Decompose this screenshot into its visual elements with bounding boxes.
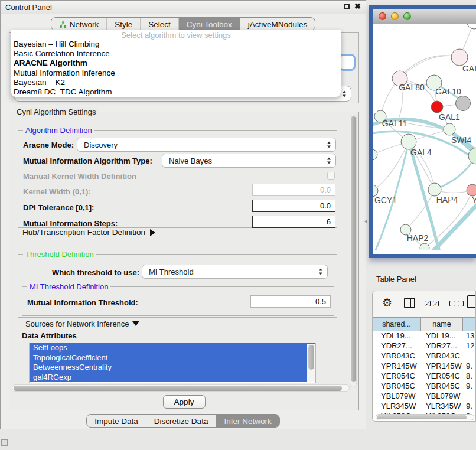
- algorithm-option-mutual-information-inference[interactable]: Mutual Information Inference: [11, 69, 341, 78]
- attribute-betweennesscentrality[interactable]: BetweennessCentrality: [30, 363, 315, 373]
- table-row[interactable]: YLR345WYLR345W9.: [373, 402, 475, 412]
- network-edge[interactable]: [400, 56, 459, 79]
- algorithm-option-bayesian-hill-climbing[interactable]: Bayesian – Hill Climbing: [11, 40, 341, 49]
- algorithm-option-basic-correlation-inference[interactable]: Basic Correlation Inference: [11, 49, 341, 58]
- tab-label: Infer Network: [224, 417, 271, 426]
- column-header-col2[interactable]: [463, 318, 475, 331]
- algorithm-option-aracne-algorithm[interactable]: ARACNE Algorithm: [11, 58, 341, 68]
- dpi-tolerance-input[interactable]: 0.0: [252, 200, 335, 212]
- algorithm-definition-title: Algorithm Definition: [23, 126, 94, 135]
- cell: YPR145W: [373, 361, 421, 371]
- main-tabs: NetworkStyleSelectCyni ToolboxjActiveMNo…: [51, 17, 316, 31]
- document-icon[interactable]: [467, 295, 476, 308]
- aracne-mode-select[interactable]: Discovery: [77, 138, 336, 152]
- control-panel-tabbar: NetworkStyleSelectCyni ToolboxjActiveMNo…: [1, 17, 366, 31]
- apply-button[interactable]: Apply: [163, 395, 206, 409]
- minimized-panel-icon[interactable]: [1, 439, 8, 446]
- tab-impute-data[interactable]: Impute Data: [87, 415, 146, 427]
- bottom-tabbar: Impute DataDiscretize DataInfer Network: [1, 414, 366, 428]
- threshold-definition-group: Threshold Definition Which threshold to …: [18, 254, 337, 318]
- algorithm-option-bayesian-k2[interactable]: Bayesian – K2: [11, 78, 341, 87]
- chevron-updown-icon: [319, 269, 322, 275]
- table-row[interactable]: YER054CYER054C8.: [373, 371, 475, 381]
- cell: [463, 351, 475, 361]
- table-hscroll-thumb[interactable]: [377, 415, 467, 419]
- mi-steps-input[interactable]: 6: [252, 216, 335, 228]
- checked-pair-icon[interactable]: ✓✓: [425, 301, 439, 306]
- table-row[interactable]: YPR145WYPR145W9.: [373, 361, 475, 371]
- data-attributes-list[interactable]: SelfLoopsTopologicalCoefficientBetweenne…: [29, 343, 316, 383]
- split-columns-icon[interactable]: [404, 298, 415, 308]
- hub-definition-expander[interactable]: Hub/Transcription Factor Definition: [22, 228, 155, 237]
- network-node[interactable]: [456, 96, 471, 111]
- mi-type-value: Naive Bayes: [169, 156, 212, 165]
- tab-style[interactable]: Style: [106, 18, 140, 30]
- which-threshold-label: Which threshold to use:: [52, 268, 139, 277]
- threshold-definition-title: Threshold Definition: [23, 250, 96, 259]
- aracne-mode-value: Discovery: [84, 141, 118, 149]
- attribute-topologicalcoefficient[interactable]: TopologicalCoefficient: [30, 353, 315, 363]
- column-header-shared[interactable]: shared...: [373, 318, 421, 331]
- table-row[interactable]: YBR045CYBR045C9.: [373, 381, 475, 392]
- tab-jactivemnodules[interactable]: jActiveMNodules: [240, 18, 315, 30]
- table-row[interactable]: YDL19...YDL19...13: [373, 331, 475, 341]
- table-row[interactable]: YBL079WYBL079W: [373, 392, 475, 402]
- tab-infer-network[interactable]: Infer Network: [216, 415, 279, 427]
- manual-kernel-checkbox[interactable]: [327, 172, 335, 180]
- tab-discretize-data[interactable]: Discretize Data: [146, 415, 216, 427]
- cell: YBR043C: [421, 351, 463, 361]
- mi-threshold-input[interactable]: 0.5: [250, 295, 331, 308]
- hub-definition-label: Hub/Transcription Factor Definition: [22, 228, 145, 237]
- table-header-row: shared...name: [373, 317, 475, 331]
- network-node[interactable]: [431, 101, 443, 113]
- algorithm-combo-focus-fragment[interactable]: [339, 54, 356, 71]
- table-panel-card: ⚙ ✓✓ shared...name YDL19...YDL19...13YDR…: [372, 291, 476, 422]
- table-row[interactable]: YBR043CYBR043C: [373, 351, 475, 361]
- network-node-hap4[interactable]: [428, 183, 441, 196]
- attribute-gal4rgexp[interactable]: gal4RGexp: [30, 373, 315, 383]
- split-pane-collapse-handle[interactable]: [364, 219, 367, 224]
- network-node[interactable]: [373, 149, 377, 160]
- table-row[interactable]: YDR27...YDR27...12: [373, 341, 475, 351]
- attribute-selfloops[interactable]: SelfLoops: [30, 343, 315, 353]
- algorithm-option-dream8-dc-tdc-algorithm[interactable]: Dream8 DC_TDC Algorithm: [11, 87, 341, 97]
- settings-hscroll-thumb[interactable]: [14, 386, 342, 391]
- unchecked-pair-icon[interactable]: [449, 301, 464, 306]
- table-horizontal-scrollbar[interactable]: [376, 414, 474, 420]
- kernel-width-input[interactable]: 0.0: [252, 184, 335, 196]
- tab-network[interactable]: Network: [51, 18, 107, 30]
- attributes-scrollbar-thumb[interactable]: [308, 345, 314, 370]
- settings-panel-title: Cyni Algorithm Settings: [14, 107, 98, 116]
- mi-type-select[interactable]: Naive Bayes: [162, 154, 336, 168]
- attributes-scrollbar[interactable]: [307, 344, 315, 382]
- minimize-traffic-light-icon[interactable]: [391, 12, 399, 20]
- float-window-icon[interactable]: [344, 4, 350, 9]
- network-window-titlebar[interactable]: [373, 9, 476, 24]
- settings-vscroll-thumb[interactable]: [351, 116, 356, 382]
- tab-label: Impute Data: [94, 417, 138, 426]
- cell: YDL19...: [373, 331, 421, 341]
- close-traffic-light-icon[interactable]: [379, 12, 386, 20]
- sources-title-text: Sources for Network Inference: [25, 319, 129, 328]
- tab-cyni-toolbox[interactable]: Cyni Toolbox: [178, 18, 240, 30]
- table-panel-title: Table Panel: [376, 275, 416, 283]
- network-node-gal[interactable]: [451, 49, 468, 66]
- cell: 9.: [463, 402, 475, 412]
- network-node-gal1[interactable]: [444, 123, 455, 135]
- settings-vertical-scrollbar[interactable]: [350, 115, 357, 387]
- which-threshold-select[interactable]: MI Threshold: [142, 265, 328, 279]
- cell: YBL079W: [373, 392, 421, 402]
- sources-title: Sources for Network Inference: [23, 319, 142, 328]
- network-node[interactable]: [467, 24, 476, 29]
- network-edge[interactable]: [406, 190, 435, 230]
- cell: 13: [463, 331, 475, 341]
- zoom-traffic-light-icon[interactable]: [403, 12, 411, 20]
- network-node[interactable]: [420, 243, 429, 250]
- close-icon[interactable]: ✖: [354, 3, 361, 10]
- gear-icon[interactable]: ⚙: [382, 296, 392, 309]
- network-node-y[interactable]: [467, 184, 476, 196]
- settings-horizontal-scrollbar[interactable]: [12, 384, 350, 392]
- tab-select[interactable]: Select: [140, 18, 178, 30]
- network-canvas[interactable]: GALGAL80GAL10GAL1SWI4GAL11GAL4GCY1HAP4YH…: [373, 24, 476, 250]
- column-header-name[interactable]: name: [421, 318, 463, 331]
